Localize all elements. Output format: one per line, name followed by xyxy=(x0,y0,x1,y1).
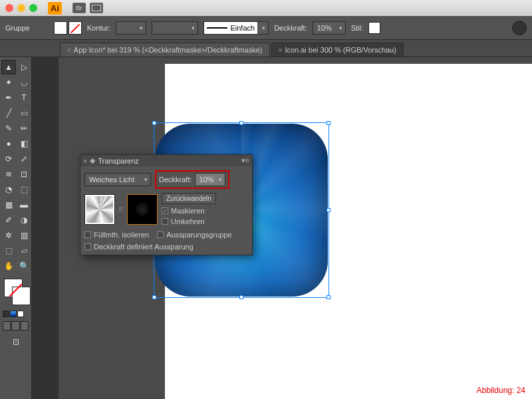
app-icon: Ai xyxy=(48,2,62,15)
fill-swatch[interactable] xyxy=(54,21,67,35)
draw-inside-icon[interactable] xyxy=(21,321,29,331)
panel-menu-icon[interactable]: ▾≡ xyxy=(241,156,249,165)
scale-tool[interactable]: ⤢ xyxy=(17,152,31,166)
window-close[interactable] xyxy=(5,4,13,12)
graphic-style-swatch[interactable] xyxy=(368,22,380,34)
control-bar: Gruppe Kontur: Einfach Deckkraft: 10% St… xyxy=(0,16,532,40)
opacity-label: Deckkraft: xyxy=(274,24,307,32)
style-label: Stil: xyxy=(351,24,363,32)
paintbrush-tool[interactable]: ✎ xyxy=(1,121,16,136)
slice-tool[interactable]: ▱ xyxy=(17,243,31,258)
shape-builder-tool[interactable]: ◔ xyxy=(1,182,16,197)
panel-title: Transparenz xyxy=(98,157,241,165)
blend-tool[interactable]: ◑ xyxy=(17,213,31,227)
panel-close-icon[interactable]: × xyxy=(83,157,87,165)
mask-checkbox[interactable]: ✓Maskieren xyxy=(162,207,216,215)
pencil-tool[interactable]: ✏ xyxy=(17,121,31,136)
handle[interactable] xyxy=(152,121,156,125)
draw-normal-icon[interactable] xyxy=(3,321,11,331)
artboard-tool[interactable]: ⬚ xyxy=(1,243,16,258)
document-tabs: × App Icon* bei 319 % (<Deckkraftmaske>/… xyxy=(0,40,532,57)
hand-tool[interactable]: ✋ xyxy=(1,259,16,273)
selection-type: Gruppe xyxy=(5,24,30,32)
blob-tool[interactable]: ● xyxy=(1,136,16,151)
stroke-weight-dropdown[interactable] xyxy=(116,21,146,35)
arrange-icon[interactable] xyxy=(90,3,103,13)
zoom-tool[interactable]: 🔍 xyxy=(17,259,31,273)
tab-app-icon[interactable]: × App Icon* bei 319 % (<Deckkraftmaske>/… xyxy=(60,43,270,57)
window-zoom[interactable] xyxy=(29,4,37,12)
stroke-color-swatch[interactable] xyxy=(12,287,31,305)
isolate-checkbox[interactable]: Füllmth. isolieren xyxy=(84,231,149,239)
stroke-label: Kontur: xyxy=(87,24,110,32)
draw-behind-icon[interactable] xyxy=(11,321,19,331)
mask-thumbnail[interactable] xyxy=(127,194,158,225)
symbol-tool[interactable]: ✲ xyxy=(1,228,16,243)
titlebar: Ai Br xyxy=(0,0,532,16)
tab-label: Icon.ai bei 300 % (RGB/Vorschau) xyxy=(285,46,396,54)
defines-knockout-checkbox[interactable]: Deckkraft definiert Aussparung xyxy=(84,243,248,251)
figure-caption: Abbildung: 24 xyxy=(477,386,525,395)
lasso-tool[interactable]: ◡ xyxy=(17,75,31,90)
opacity-dropdown[interactable]: 10% xyxy=(313,21,346,35)
stroke-width-dropdown[interactable] xyxy=(152,21,198,35)
handle[interactable] xyxy=(152,295,156,299)
close-icon[interactable]: × xyxy=(279,47,283,54)
eyedropper-tool[interactable]: ✐ xyxy=(1,213,16,227)
selection-tool[interactable]: ▲ xyxy=(1,60,16,74)
opacity-input[interactable]: 10% xyxy=(195,173,225,186)
link-icon[interactable]: ⎘ xyxy=(119,205,123,213)
invert-checkbox[interactable]: Umkehren xyxy=(162,217,216,225)
blend-mode-dropdown[interactable]: Weiches Licht xyxy=(84,173,151,186)
mesh-tool[interactable]: ▦ xyxy=(1,198,16,212)
opacity-label: Deckkraft: xyxy=(159,176,192,184)
rotate-tool[interactable]: ⟳ xyxy=(1,152,16,166)
magic-wand-tool[interactable]: ✦ xyxy=(1,75,16,90)
perspective-tool[interactable]: ⬚ xyxy=(17,182,31,197)
screen-mode-icon[interactable]: ⊡ xyxy=(9,334,23,349)
opacity-highlight: Deckkraft: 10% xyxy=(155,170,229,189)
type-tool[interactable]: T xyxy=(17,90,31,105)
bridge-icon[interactable]: Br xyxy=(72,3,86,13)
pen-tool[interactable]: ✒ xyxy=(1,90,16,105)
sync-icon[interactable] xyxy=(512,21,527,35)
color-mode-icon[interactable] xyxy=(3,311,9,317)
panel-collapse-icon[interactable]: ◆ xyxy=(90,156,95,165)
tab-label: App Icon* bei 319 % (<Deckkraftmaske>/De… xyxy=(74,46,263,54)
close-icon[interactable]: × xyxy=(67,47,71,54)
eraser-tool[interactable]: ◧ xyxy=(17,136,31,151)
rectangle-tool[interactable]: ▭ xyxy=(17,106,31,120)
knockout-checkbox[interactable]: Aussparungsgruppe xyxy=(157,231,231,239)
gradient-tool[interactable]: ▬ xyxy=(17,198,31,212)
none-mode-icon[interactable] xyxy=(17,311,24,317)
window-minimize[interactable] xyxy=(17,4,25,12)
stroke-swatch[interactable] xyxy=(68,21,82,35)
direct-selection-tool[interactable]: ▷ xyxy=(17,60,31,74)
tools-panel: ▲ ▷ ✦ ◡ ✒ T ╱ ▭ ✎ ✏ ● ◧ ⟳ ⤢ ≋ ⊡ ◔ ⬚ ▦ ▬ … xyxy=(0,57,32,399)
width-tool[interactable]: ≋ xyxy=(1,167,16,182)
free-transform-tool[interactable]: ⊡ xyxy=(17,167,31,182)
gradient-mode-icon[interactable] xyxy=(10,311,17,317)
fill-stroke-swatches[interactable] xyxy=(1,279,30,308)
artwork-thumbnail[interactable] xyxy=(84,194,115,225)
release-button[interactable]: Zurückwandeln xyxy=(162,193,216,204)
stroke-style-dropdown[interactable]: Einfach xyxy=(203,21,269,35)
transparency-panel[interactable]: × ◆ Transparenz ▾≡ Weiches Licht Deckkra… xyxy=(80,154,253,255)
graph-tool[interactable]: ▥ xyxy=(17,228,31,243)
line-tool[interactable]: ╱ xyxy=(1,106,16,120)
tab-icon-ai[interactable]: × Icon.ai bei 300 % (RGB/Vorschau) xyxy=(271,43,404,57)
